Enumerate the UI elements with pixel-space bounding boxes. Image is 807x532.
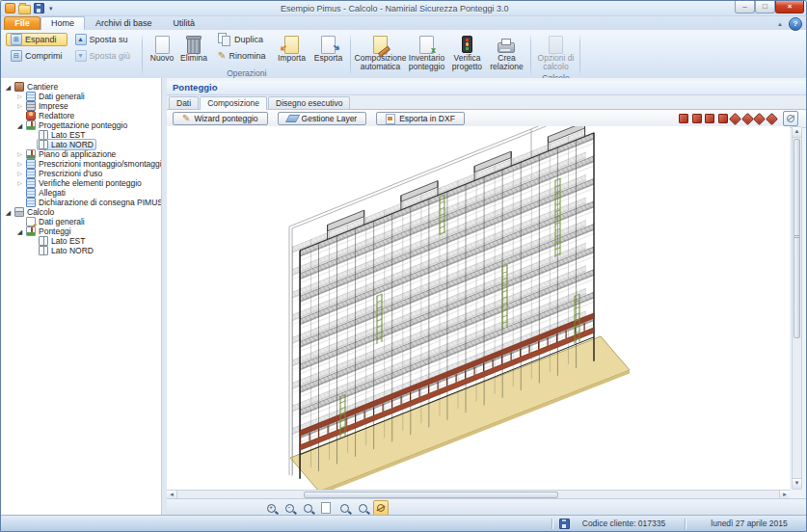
expander-icon[interactable]: ▷ — [15, 160, 24, 169]
ribbon-separator — [530, 34, 531, 76]
expander-icon[interactable]: ▷ — [15, 93, 24, 101]
tab-composizione[interactable]: Composizione — [200, 96, 267, 110]
maximize-button[interactable]: □ — [755, 1, 775, 13]
window-controls: – □ × — [735, 1, 804, 13]
help-button[interactable]: ? — [789, 17, 802, 31]
expander-icon[interactable]: ◢ — [15, 121, 24, 130]
tree-item-calcolo-lato-nord[interactable]: Lato NORD — [1, 246, 161, 255]
view-cube-icon-7[interactable] — [753, 113, 766, 125]
view-cube-icon-4[interactable] — [718, 114, 728, 123]
rinomina-label: Rinomina — [229, 51, 265, 61]
scroll-up-icon[interactable]: ▲ — [793, 127, 801, 138]
ribbon-separator — [142, 34, 143, 76]
main-panel: Ponteggio Dati Composizione Disegno esec… — [167, 78, 806, 516]
save-icon[interactable] — [34, 3, 44, 13]
gestione-layer-button[interactable]: Gestione Layer — [278, 112, 367, 125]
rinomina-button[interactable]: ✎ Rinomina — [213, 49, 270, 63]
wizard-label: Wizard ponteggio — [194, 114, 257, 123]
open-icon[interactable] — [18, 5, 31, 14]
printer-icon — [498, 42, 515, 53]
drawing-canvas[interactable] — [167, 126, 790, 490]
sheet-icon — [26, 217, 36, 226]
composizione-automatica-button[interactable]: Composizione automatica — [355, 33, 405, 73]
statusbar-save-icon[interactable] — [559, 519, 570, 529]
scroll-down-icon[interactable]: ▼ — [793, 478, 801, 489]
view-cube-icon-3[interactable] — [705, 114, 714, 123]
zoom-extents-icon — [321, 502, 331, 514]
view-cube-icon-6[interactable] — [741, 113, 754, 125]
site-icon — [14, 82, 24, 92]
esporta-dxf-button[interactable]: Esporta in DXF — [376, 112, 465, 125]
elimina-label: Elimina — [180, 54, 207, 63]
minimize-button[interactable]: – — [735, 1, 755, 13]
elimina-button[interactable]: Elimina — [177, 33, 210, 65]
qat-dropdown-icon[interactable]: ▾ — [47, 5, 55, 13]
orbit-icon — [787, 115, 794, 122]
nuovo-button[interactable]: Nuovo — [147, 33, 177, 65]
statusbar-separator — [551, 519, 552, 529]
close-button[interactable]: × — [775, 1, 804, 13]
horizontal-scroll-thumb[interactable] — [304, 492, 558, 498]
orbit-3d-button[interactable] — [373, 500, 389, 516]
expander-icon[interactable]: ▷ — [15, 170, 24, 178]
expander-icon[interactable]: ◢ — [4, 208, 13, 217]
view-cube-icon-2[interactable] — [692, 114, 702, 123]
vertical-scroll-thumb[interactable] — [794, 139, 800, 338]
pan-icon — [359, 504, 367, 513]
zoom-window-button[interactable] — [300, 500, 315, 516]
quick-access-toolbar: ▾ — [3, 3, 55, 14]
zoom-out-button[interactable]: - — [282, 500, 297, 516]
export-page-icon: ➔ — [321, 36, 336, 54]
chart-icon — [26, 120, 36, 130]
view-cube-icon-5[interactable] — [729, 113, 741, 125]
zoom-extents-button[interactable] — [318, 500, 334, 516]
espandi-label: Espandi — [25, 35, 57, 44]
minimize-ribbon-icon[interactable]: ▲ — [777, 21, 783, 27]
expander-icon[interactable]: ▷ — [15, 102, 24, 111]
expander-icon[interactable]: ◢ — [15, 227, 24, 236]
crea-relazione-button[interactable]: Crea relazione — [486, 33, 526, 73]
tab-home[interactable]: Home — [40, 16, 85, 30]
vertical-scrollbar[interactable]: ▲ ▼ — [792, 126, 802, 490]
tab-archivi-di-base[interactable]: Archivi di base — [85, 16, 163, 30]
inventario-ponteggio-button[interactable]: x Inventario ponteggio — [405, 33, 447, 73]
pan-button[interactable] — [355, 500, 370, 516]
zoom-previous-button[interactable] — [336, 500, 352, 516]
tab-file[interactable]: File — [4, 16, 40, 30]
expander-icon[interactable]: ▷ — [15, 179, 24, 188]
verifica-progetto-button[interactable]: Verifica progetto — [447, 33, 486, 73]
comprimi-button[interactable]: ⊟ Comprimi — [6, 49, 67, 63]
view-cube-icon-1[interactable] — [679, 114, 688, 123]
ribbon: ⊞ Espandi ⊟ Comprimi ▲ Sposta su ▼ — [1, 30, 806, 80]
opzioni-di-calcolo-button[interactable]: Opzioni di calcolo — [535, 33, 576, 73]
expander-icon[interactable]: ◢ — [4, 83, 13, 92]
new-page-icon — [155, 36, 170, 54]
wizard-ponteggio-button[interactable]: ✎ Wizard ponteggio — [173, 112, 268, 125]
collapse-tree-icon: ⊟ — [11, 50, 22, 62]
importa-button[interactable]: ➔ Importa — [273, 33, 309, 65]
espandi-button[interactable]: ⊞ Espandi — [6, 33, 67, 46]
app-icon[interactable] — [5, 3, 15, 13]
date-label: lunedì 27 aprile 2015 — [692, 519, 806, 528]
statusbar-separator — [685, 519, 686, 529]
view-cube-icon-8[interactable] — [766, 113, 778, 125]
chart-icon — [26, 226, 36, 236]
tab-utilita[interactable]: Utilità — [163, 16, 206, 30]
tab-disegno-esecutivo[interactable]: Disegno esecutivo — [268, 96, 350, 109]
traffic-light-icon — [462, 36, 472, 53]
inventory-page-icon: x — [419, 36, 434, 54]
zoom-window-icon — [304, 504, 312, 513]
esporta-label: Esporta — [314, 54, 342, 63]
sposta-giu-button[interactable]: ▼ Sposta giù — [70, 49, 136, 63]
sposta-su-button[interactable]: ▲ Sposta su — [70, 33, 136, 46]
crea-relazione-label: Crea relazione — [487, 54, 525, 71]
tab-dati[interactable]: Dati — [169, 96, 199, 109]
panel-title: Ponteggio — [167, 81, 806, 95]
panel-tab-strip: Dati Composizione Disegno esecutivo — [167, 95, 806, 110]
zoom-in-button[interactable]: + — [263, 500, 279, 516]
duplica-button[interactable]: Duplica — [213, 33, 270, 46]
orbit-view-button[interactable] — [783, 111, 798, 126]
esporta-button[interactable]: ➔ Esporta — [309, 33, 346, 65]
expander-icon[interactable]: ▷ — [15, 150, 24, 159]
view-toolbar: + - — [167, 498, 806, 516]
